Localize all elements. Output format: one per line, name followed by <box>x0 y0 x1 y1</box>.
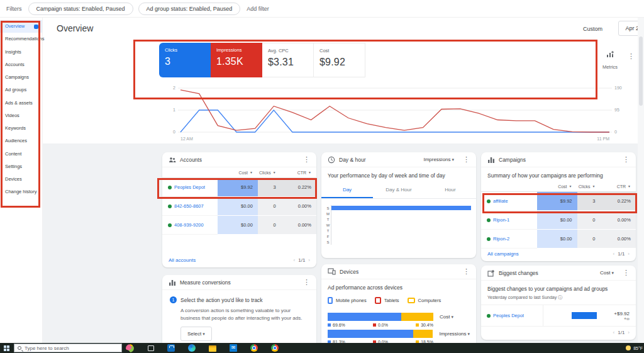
column-header-clicks[interactable]: Clicks▼ <box>577 181 601 191</box>
taskbar-search-box[interactable]: Type here to search <box>14 344 122 352</box>
scorecard-cost[interactable]: Cost$9.92 <box>314 43 365 77</box>
sidebar-item-recommendations[interactable]: Recommendations <box>0 33 42 45</box>
sidebar-item-audiences[interactable]: Audiences <box>0 135 42 147</box>
edge-icon[interactable] <box>188 344 196 352</box>
day-hour-card-header: Day & hour Impressions ⋮ <box>321 152 476 167</box>
tab-day[interactable]: Day <box>321 182 373 198</box>
chrome-icon[interactable] <box>250 344 258 352</box>
day-row: T <box>325 228 471 233</box>
weather-widget[interactable]: 85°F <box>626 345 644 350</box>
sidebar-item-keywords[interactable]: Keywords <box>0 122 42 135</box>
widgets-icon[interactable] <box>126 344 134 352</box>
chrome-icon[interactable] <box>271 344 279 352</box>
sidebar-item-label: Ads & assets <box>5 101 33 106</box>
entity-name-link[interactable]: 408-939-9200 <box>174 222 204 228</box>
status-enabled-icon <box>487 237 491 241</box>
sidebar-item-change-history[interactable]: Change history <box>0 186 42 198</box>
prev-page-icon[interactable]: ‹ <box>294 257 296 263</box>
table-row[interactable]: 842-650-8607$0.0000.00% <box>162 197 316 216</box>
scorecard-avg-cpc[interactable]: Avg. CPC$3.31 <box>262 43 314 77</box>
biggest-changes-kebab-menu[interactable]: ⋮ <box>623 269 630 276</box>
entity-name-link[interactable]: Peoples Depot <box>493 313 524 318</box>
entity-name-link[interactable]: 842-650-8607 <box>174 203 204 209</box>
tab-day-hour[interactable]: Day & Hour <box>373 182 425 198</box>
metrics-button[interactable]: Metrics <box>599 50 621 71</box>
all-accounts-link[interactable]: All accounts <box>169 257 196 263</box>
overview-badge-icon <box>34 25 38 29</box>
column-header-cost[interactable]: Cost▼ <box>537 181 577 191</box>
sidebar-item-insights[interactable]: Insights <box>0 46 42 59</box>
scorecard-value: 1.35K <box>216 56 257 67</box>
campaigns-kebab-menu[interactable]: ⋮ <box>623 156 630 163</box>
day-axis-label: F <box>325 235 331 238</box>
next-page-icon[interactable]: › <box>628 251 630 257</box>
all-campaigns-link[interactable]: All campaigns <box>487 251 519 257</box>
column-header-cost[interactable]: Cost▼ <box>218 167 258 177</box>
sidebar-item-content[interactable]: Content <box>0 148 42 160</box>
info-icon[interactable]: ⓘ <box>558 295 562 300</box>
table-row[interactable]: Ripon-1$0.0000.00% <box>481 211 636 230</box>
select-action-dropdown[interactable]: Select <box>180 327 212 341</box>
legend-label: Mobile phones <box>336 298 367 303</box>
table-row[interactable]: Peoples Depot$9.9230.22% <box>162 178 316 197</box>
prev-page-icon[interactable]: ‹ <box>613 330 615 335</box>
store-icon[interactable] <box>167 344 175 352</box>
table-row[interactable]: Ripon-2$0.0000.00% <box>481 230 636 249</box>
legend-square-icon <box>328 323 331 327</box>
entity-name-link[interactable]: Ripon-1 <box>493 217 509 223</box>
filter-chip[interactable]: Campaign status: Enabled, Paused <box>28 3 133 15</box>
prev-page-icon[interactable]: ‹ <box>613 251 615 257</box>
scrollbar-track[interactable] <box>638 18 644 343</box>
overview-kebab-menu[interactable]: ⋮ <box>628 53 635 60</box>
metric-dropdown-cost[interactable]: Cost <box>440 314 453 320</box>
scorecard-row: Clicks3Impressions1.35KAvg. CPC$3.31Cost… <box>159 43 365 77</box>
sidebar-item-label: Keywords <box>5 126 26 131</box>
sidebar-item-devices[interactable]: Devices <box>0 173 42 186</box>
sidebar-item-campaigns[interactable]: Campaigns <box>0 71 42 84</box>
sidebar-item-videos[interactable]: Videos <box>0 109 42 122</box>
date-range-custom-button[interactable]: Custom <box>583 26 602 32</box>
scorecard-impressions[interactable]: Impressions1.35K <box>211 43 262 77</box>
day-hour-metric-dropdown[interactable]: Impressions <box>423 157 454 162</box>
change-row[interactable]: Peoples Depot+$9.92+∞ <box>481 305 636 327</box>
measure-kebab-menu[interactable]: ⋮ <box>303 279 310 286</box>
dayhour-tabs: DayDay & HourHour <box>321 182 476 199</box>
devices-card-title: Devices <box>340 269 358 275</box>
entity-name-link[interactable]: Ripon-2 <box>493 236 509 242</box>
sidebar-item-settings[interactable]: Settings <box>0 160 42 173</box>
sidebar-item-overview[interactable]: Overview <box>0 20 42 33</box>
comparison-note: Yesterday compared to last Sunday ⓘ <box>481 294 636 305</box>
sidebar-item-ad-groups[interactable]: Ad groups <box>0 84 42 96</box>
segment-value: 30.4% <box>416 323 433 327</box>
campaigns-card: Campaigns ⋮ Summary of how your campaign… <box>481 152 636 261</box>
filter-chip[interactable]: Ad group status: Enabled, Paused <box>138 3 241 15</box>
entity-name-link[interactable]: affiliate <box>493 198 508 204</box>
column-header-ctr[interactable]: CTR▼ <box>600 181 636 191</box>
sidebar-item-accounts[interactable]: Accounts <box>0 59 42 71</box>
entity-name-link[interactable]: Peoples Depot <box>174 184 205 190</box>
sidebar-item-ads-assets[interactable]: Ads & assets <box>0 97 42 109</box>
devices-kebab-menu[interactable]: ⋮ <box>463 268 470 275</box>
table-row[interactable]: 408-939-9200$0.0000.00% <box>162 216 316 235</box>
next-page-icon[interactable]: › <box>308 257 310 263</box>
table-row[interactable]: affiliate$9.9230.22% <box>481 192 636 211</box>
tab-hour[interactable]: Hour <box>425 182 476 198</box>
mail-icon[interactable]: ✉ <box>230 344 237 352</box>
scrollbar-thumb[interactable] <box>639 36 643 106</box>
biggest-changes-metric-dropdown[interactable]: Cost <box>600 270 614 276</box>
file-explorer-icon[interactable] <box>209 345 216 352</box>
column-header-clicks[interactable]: Clicks▼ <box>258 167 281 177</box>
conversion-step: 1 Select the action you'd like to track <box>162 290 316 303</box>
day-hour-kebab-menu[interactable]: ⋮ <box>463 156 470 163</box>
column-header-ctr[interactable]: CTR▼ <box>281 167 316 177</box>
measure-conversions-card: Measure conversions ⋮ 1 Select the actio… <box>162 275 316 343</box>
start-button[interactable] <box>0 345 13 351</box>
task-view-icon[interactable] <box>148 345 154 351</box>
next-page-icon[interactable]: › <box>628 330 630 335</box>
accounts-kebab-menu[interactable]: ⋮ <box>303 156 310 163</box>
table-cell: 0.22% <box>281 178 316 197</box>
day-axis-label: S <box>325 240 331 244</box>
metric-dropdown-impressions[interactable]: Impressions <box>439 331 470 337</box>
add-filter-button[interactable]: Add filter <box>247 6 269 12</box>
scorecard-clicks[interactable]: Clicks3 <box>159 43 211 77</box>
